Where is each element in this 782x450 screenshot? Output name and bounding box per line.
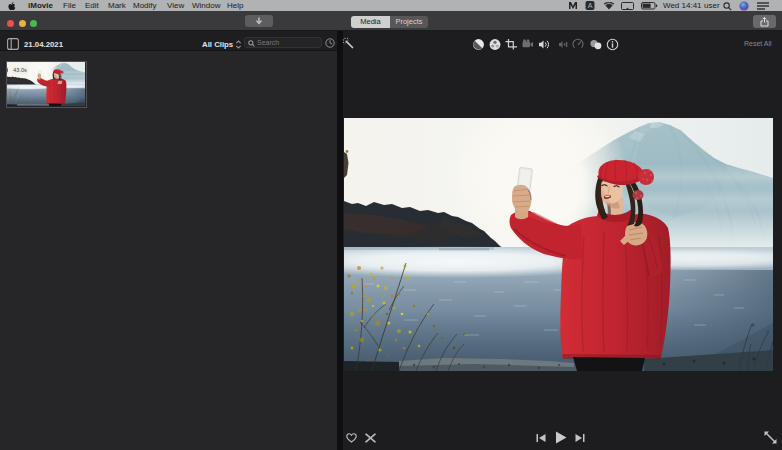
- svg-text:A: A: [588, 2, 593, 9]
